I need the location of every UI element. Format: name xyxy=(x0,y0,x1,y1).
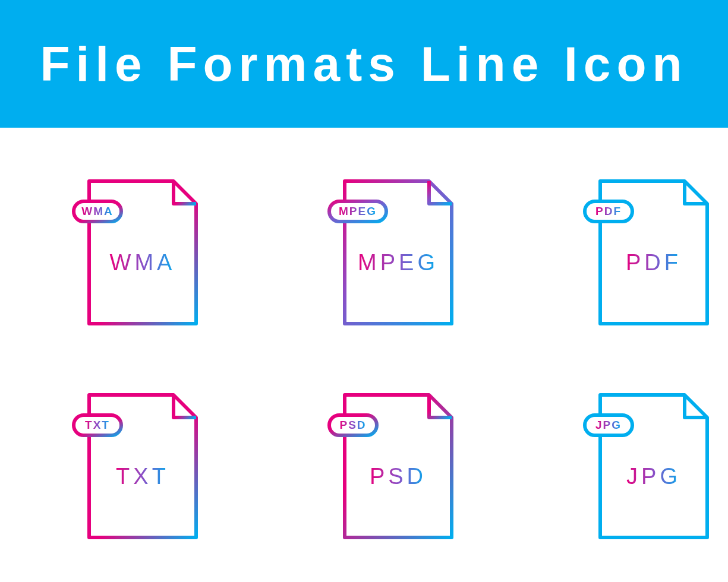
file-format-badge-label: MPEG xyxy=(339,205,377,217)
file-format-icon: PSDPSD xyxy=(327,395,469,549)
file-format-icon: PDFPDF xyxy=(582,181,725,336)
file-format-name: JPG xyxy=(626,464,681,489)
icon-cell: JPGJPG xyxy=(582,395,725,549)
file-format-name: PSD xyxy=(370,464,427,489)
page-title: File Formats Line Icon xyxy=(40,36,688,92)
file-format-icon: TXTTXT xyxy=(71,395,214,549)
icon-cell: TXTTXT xyxy=(71,395,214,549)
icon-cell: PSDPSD xyxy=(327,395,469,549)
file-format-icon: MPEGMPEG xyxy=(327,181,469,336)
file-format-name: TXT xyxy=(116,464,169,489)
icon-cell: WMAWMA xyxy=(71,181,214,336)
file-format-name: PDF xyxy=(626,250,682,275)
header-banner: File Formats Line Icon xyxy=(0,0,728,128)
file-format-badge-label: TXT xyxy=(85,419,110,431)
icon-grid: WMAWMAMPEGMPEGPDFPDFTXTTXTPSDPSDJPGJPG xyxy=(0,128,728,582)
file-format-badge-label: PSD xyxy=(339,419,366,431)
file-format-badge-label: JPG xyxy=(595,419,622,431)
icon-cell: MPEGMPEG xyxy=(327,181,469,336)
file-format-icon: WMAWMA xyxy=(71,181,214,336)
file-format-name: MPEG xyxy=(358,250,439,275)
file-format-icon: JPGJPG xyxy=(582,395,725,549)
file-format-badge-label: WMA xyxy=(81,205,113,217)
icon-cell: PDFPDF xyxy=(582,181,725,336)
file-format-badge-label: PDF xyxy=(595,205,622,217)
file-format-name: WMA xyxy=(110,250,176,275)
